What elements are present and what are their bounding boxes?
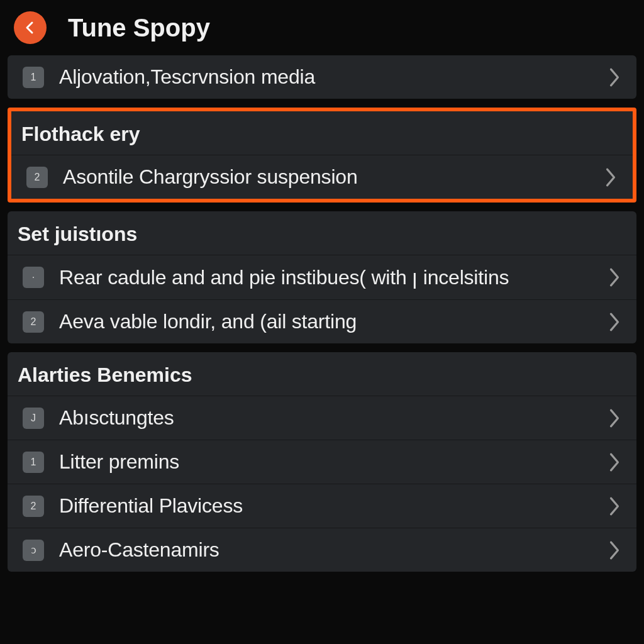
list-item[interactable]: · Rear cadule and and pie instibues( wit… [8, 255, 636, 299]
list-item-label: Differential Plavicess [59, 494, 592, 518]
list-item[interactable]: 1 Litter premins [8, 440, 636, 484]
chevron-right-icon [608, 67, 621, 88]
list-item-label: Litter premins [59, 450, 592, 474]
list-item[interactable]: 2 Asontile Chargryssior suspension [11, 155, 633, 199]
number-badge: 2 [23, 496, 44, 517]
list-item-label: Abısctungtes [59, 406, 592, 430]
list-item-label: Aero-Castenamirs [59, 538, 592, 562]
content: 1 Aljovation,Tescrvnsion media Flothack … [0, 55, 644, 572]
chevron-right-icon [608, 267, 621, 288]
list-item[interactable]: ɔ Aero-Castenamirs [8, 528, 636, 572]
panel-alarties-benemics: Alarties Benemics J Abısctungtes 1 Litte… [8, 352, 636, 572]
back-button[interactable] [14, 11, 47, 44]
number-badge: 1 [23, 452, 44, 473]
chevron-right-icon [608, 311, 621, 333]
list-item-label: Asontile Chargryssior suspension [63, 165, 589, 189]
number-badge: · [23, 267, 44, 288]
list-item[interactable]: 2 Differential Plavicess [8, 484, 636, 528]
page-title: Tune Spopy [68, 14, 210, 42]
number-badge: 1 [23, 67, 44, 88]
chevron-right-icon [608, 540, 621, 561]
panel-flothack: Flothack ery 2 Asontile Chargryssior sus… [11, 111, 633, 199]
number-badge: 2 [26, 167, 48, 188]
section-header: Set juistıons [8, 211, 636, 255]
section-header: Flothack ery [11, 111, 633, 155]
highlighted-section: Flothack ery 2 Asontile Chargryssior sus… [8, 108, 636, 203]
chevron-left-icon [23, 20, 38, 35]
chevron-right-icon [608, 408, 621, 429]
list-item[interactable]: 2 Aeva vable londir, and (ail starting [8, 299, 636, 343]
number-badge: ɔ [23, 540, 44, 561]
panel-top: 1 Aljovation,Tescrvnsion media [8, 55, 636, 99]
list-item-label: Aljovation,Tescrvnsion media [59, 65, 592, 89]
chevron-right-icon [608, 496, 621, 517]
section-header: Alarties Benemics [8, 352, 636, 396]
list-item[interactable]: 1 Aljovation,Tescrvnsion media [8, 55, 636, 99]
list-item[interactable]: J Abısctungtes [8, 396, 636, 440]
chevron-right-icon [604, 167, 618, 188]
header: Tune Spopy [0, 0, 644, 55]
list-item-label: Rear cadule and and pie instibues( with … [59, 265, 592, 289]
chevron-right-icon [608, 452, 621, 473]
list-item-label: Aeva vable londir, and (ail starting [59, 310, 592, 333]
number-badge: J [23, 408, 44, 429]
number-badge: 2 [23, 311, 44, 333]
panel-set-juistions: Set juistıons · Rear cadule and and pie … [8, 211, 636, 343]
